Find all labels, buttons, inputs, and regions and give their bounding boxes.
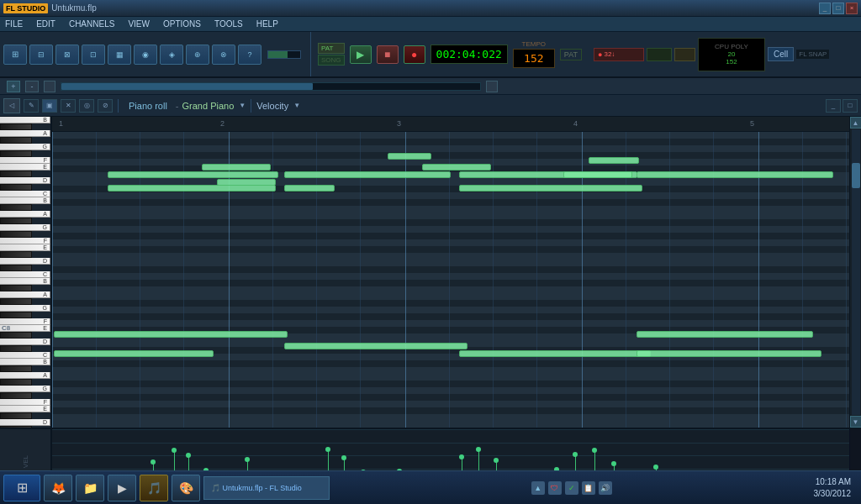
note-grid[interactable]: 1 2 3 4 5 bbox=[52, 117, 849, 428]
toolbar-btn-7[interactable]: ◈ bbox=[160, 45, 183, 65]
velocity-dot[interactable] bbox=[611, 461, 616, 466]
midi-note[interactable] bbox=[637, 350, 821, 357]
pr-maximize[interactable]: □ bbox=[843, 99, 858, 113]
pianoroll-instrument[interactable]: Grand Piano bbox=[182, 101, 235, 111]
velocity-dot[interactable] bbox=[341, 455, 346, 460]
midi-note[interactable] bbox=[388, 153, 431, 160]
black-key[interactable] bbox=[0, 285, 32, 291]
tray-antivirus[interactable]: 🛡 bbox=[548, 481, 562, 495]
white-key[interactable]: D bbox=[0, 177, 50, 184]
white-key[interactable]: F bbox=[0, 238, 50, 244]
fl-studio-button[interactable]: 🎵 bbox=[140, 475, 168, 501]
close-button[interactable]: × bbox=[846, 3, 858, 14]
white-key[interactable]: F bbox=[0, 399, 50, 406]
start-button[interactable]: ⊞ bbox=[3, 475, 40, 501]
black-key[interactable] bbox=[0, 345, 32, 352]
velocity-dot[interactable] bbox=[573, 452, 578, 457]
menu-help[interactable]: HELP bbox=[255, 18, 280, 29]
scroll-track[interactable] bbox=[852, 129, 860, 415]
velocity-dot[interactable] bbox=[476, 447, 481, 452]
misc-control[interactable] bbox=[674, 48, 695, 61]
midi-note[interactable] bbox=[108, 171, 278, 178]
midi-note[interactable] bbox=[589, 157, 639, 164]
white-key[interactable]: B bbox=[0, 278, 50, 285]
explorer-button[interactable]: 📁 bbox=[76, 475, 104, 501]
tray-clipboard[interactable]: 📋 bbox=[582, 481, 595, 495]
piano-keyboard[interactable]: BAGFEDCBAGFEDCBAGFEDCBAGFEDCBAGFEDC C8 C… bbox=[0, 117, 52, 428]
midi-note[interactable] bbox=[637, 171, 833, 178]
white-key[interactable]: A bbox=[0, 291, 50, 298]
view-btn[interactable] bbox=[44, 81, 55, 92]
white-key[interactable]: G bbox=[0, 305, 50, 312]
record-button[interactable]: ● bbox=[404, 45, 425, 64]
black-key[interactable] bbox=[0, 204, 32, 211]
velocity-dot[interactable] bbox=[459, 454, 464, 459]
midi-note[interactable] bbox=[202, 164, 271, 171]
black-key[interactable] bbox=[0, 392, 32, 399]
minimize-button[interactable]: _ bbox=[819, 3, 831, 14]
white-key[interactable]: D bbox=[0, 339, 50, 345]
pr-back-btn[interactable]: ◁ bbox=[3, 98, 20, 113]
midi-note[interactable] bbox=[108, 185, 276, 192]
white-key[interactable]: B bbox=[0, 359, 50, 365]
firefox-button[interactable]: 🦊 bbox=[44, 475, 72, 501]
midi-note[interactable] bbox=[284, 171, 451, 178]
toolbar-btn-5[interactable]: ▦ bbox=[108, 45, 131, 65]
black-key[interactable] bbox=[0, 379, 32, 386]
midi-note[interactable] bbox=[459, 185, 642, 192]
menu-view[interactable]: VIEW bbox=[126, 18, 151, 29]
velocity-dot[interactable] bbox=[245, 457, 250, 462]
toolbar-btn-3[interactable]: ⊠ bbox=[55, 45, 79, 65]
white-key[interactable]: D bbox=[0, 419, 50, 426]
slice-tool[interactable]: ⊘ bbox=[98, 99, 113, 113]
master-volume[interactable] bbox=[267, 50, 301, 59]
zoom-in-btn[interactable]: + bbox=[7, 81, 20, 92]
vertical-scrollbar[interactable]: ▲ ▼ bbox=[849, 117, 861, 428]
velocity-dot[interactable] bbox=[151, 459, 156, 465]
toolbar-btn-2[interactable]: ⊟ bbox=[29, 45, 53, 65]
toolbar-btn-1[interactable]: ⊞ bbox=[3, 45, 27, 65]
white-key[interactable]: E bbox=[0, 164, 50, 171]
pr-minimize[interactable]: _ bbox=[826, 99, 841, 113]
midi-note[interactable] bbox=[284, 185, 335, 192]
menu-channels[interactable]: CHANNELS bbox=[67, 18, 116, 29]
scroll-down-btn[interactable]: ▼ bbox=[850, 416, 862, 428]
black-key[interactable] bbox=[0, 298, 32, 305]
mute-tool[interactable]: ◎ bbox=[79, 99, 94, 113]
black-key[interactable] bbox=[0, 123, 32, 130]
pat-button[interactable]: PAT bbox=[318, 43, 345, 54]
midi-note[interactable] bbox=[284, 343, 467, 349]
midi-note[interactable] bbox=[54, 350, 214, 357]
velocity-dot[interactable] bbox=[172, 448, 177, 453]
view-dropdown-arrow[interactable]: ▼ bbox=[293, 102, 300, 109]
paint-button[interactable]: 🎨 bbox=[172, 475, 200, 501]
white-key[interactable]: D bbox=[0, 258, 50, 265]
draw-tool[interactable]: ✎ bbox=[24, 99, 39, 113]
white-key[interactable]: E bbox=[0, 406, 50, 412]
white-key[interactable]: C bbox=[0, 352, 50, 359]
toolbar-btn-10[interactable]: ? bbox=[238, 45, 261, 65]
black-key[interactable] bbox=[0, 150, 32, 157]
midi-note[interactable] bbox=[637, 331, 813, 338]
tray-volume[interactable]: 🔊 bbox=[599, 481, 612, 495]
midi-note[interactable] bbox=[459, 350, 651, 357]
erase-tool[interactable]: ✕ bbox=[61, 99, 76, 113]
black-key[interactable] bbox=[0, 365, 32, 372]
menu-tools[interactable]: TOOLS bbox=[213, 18, 245, 29]
black-key[interactable] bbox=[0, 265, 32, 271]
white-key[interactable]: G bbox=[0, 386, 50, 392]
black-key[interactable] bbox=[0, 218, 32, 224]
black-key[interactable] bbox=[0, 332, 32, 339]
active-window-bar[interactable]: 🎵 Untukmu.flp - FL Studio bbox=[203, 476, 330, 500]
black-key[interactable] bbox=[0, 137, 32, 144]
scroll-right-btn[interactable] bbox=[486, 81, 498, 92]
velocity-dot[interactable] bbox=[325, 447, 330, 452]
white-key[interactable]: A bbox=[0, 211, 50, 218]
white-key[interactable]: A bbox=[0, 372, 50, 379]
black-key[interactable] bbox=[0, 312, 32, 318]
zoom-out-btn[interactable]: - bbox=[25, 81, 39, 92]
black-key[interactable] bbox=[0, 231, 32, 238]
menu-file[interactable]: FILE bbox=[3, 18, 24, 29]
velocity-dot[interactable] bbox=[592, 448, 597, 453]
white-key[interactable]: B bbox=[0, 117, 50, 123]
